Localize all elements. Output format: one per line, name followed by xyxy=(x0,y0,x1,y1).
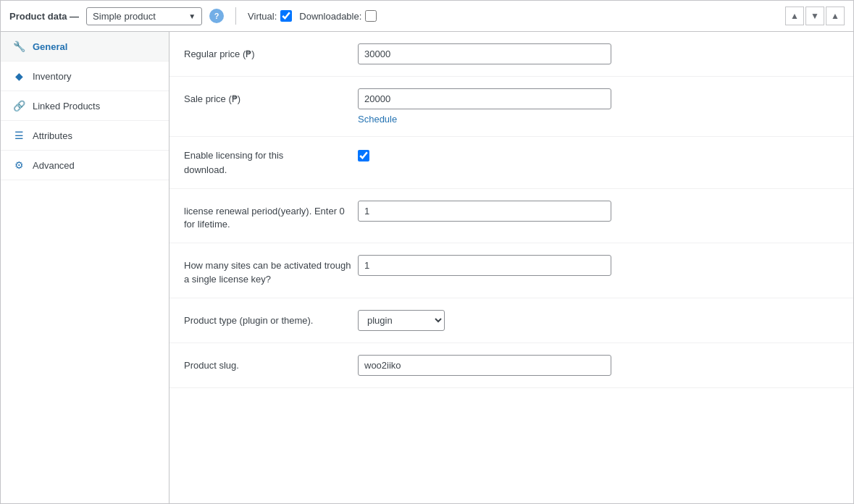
sidebar: 🔧 General ◆ Inventory 🔗 Linked Products … xyxy=(1,32,169,503)
product-data-body: 🔧 General ◆ Inventory 🔗 Linked Products … xyxy=(1,32,853,503)
sale-price-input[interactable] xyxy=(358,88,611,109)
product-type-row: Product type (plugin or theme). plugin t… xyxy=(169,298,853,343)
collapse-down-button[interactable]: ▼ xyxy=(805,7,824,25)
downloadable-checkbox[interactable] xyxy=(365,10,377,22)
sale-price-row: Sale price (₱) Schedule xyxy=(169,77,853,137)
license-renewal-label: license renewal period(yearly). Enter 0 … xyxy=(184,201,358,231)
license-renewal-field xyxy=(358,201,839,222)
sites-field xyxy=(358,255,839,276)
product-slug-field xyxy=(358,355,839,376)
enable-licensing-field xyxy=(358,148,369,161)
regular-price-field xyxy=(358,43,839,64)
sidebar-label-advanced: Advanced xyxy=(33,160,75,171)
product-slug-label: Product slug. xyxy=(184,355,358,372)
sale-price-label: Sale price (₱) xyxy=(184,88,358,106)
wrench-icon: 🔧 xyxy=(12,41,25,52)
list-icon: ☰ xyxy=(12,130,25,141)
sidebar-item-linked-products[interactable]: 🔗 Linked Products xyxy=(1,91,169,121)
sidebar-label-attributes: Attributes xyxy=(33,130,72,141)
dropdown-chevron-icon: ▼ xyxy=(188,12,196,20)
help-icon[interactable]: ? xyxy=(209,9,224,23)
sidebar-item-advanced[interactable]: ⚙ Advanced xyxy=(1,151,169,180)
product-type-select[interactable]: plugin theme xyxy=(358,310,445,331)
product-type-dropdown[interactable]: Simple product ▼ xyxy=(86,7,202,25)
product-type-label: Simple product xyxy=(93,11,156,22)
regular-price-label: Regular price (₱) xyxy=(184,43,358,61)
sidebar-item-attributes[interactable]: ☰ Attributes xyxy=(1,121,169,151)
sites-row: How many sites can be activated trough a… xyxy=(169,243,853,298)
link-icon: 🔗 xyxy=(12,100,25,112)
enable-licensing-checkbox[interactable] xyxy=(358,150,369,161)
product-type-field-label: Product type (plugin or theme). xyxy=(184,310,358,327)
gear-icon: ⚙ xyxy=(12,159,25,171)
downloadable-label[interactable]: Downloadable: xyxy=(299,10,377,22)
sidebar-label-general: General xyxy=(33,41,67,52)
expand-button[interactable]: ▲ xyxy=(826,7,845,25)
sidebar-item-general[interactable]: 🔧 General xyxy=(1,32,169,62)
sale-price-field: Schedule xyxy=(358,88,839,125)
schedule-link[interactable]: Schedule xyxy=(358,114,839,125)
header-controls: ▲ ▼ ▲ xyxy=(785,7,845,25)
sidebar-label-inventory: Inventory xyxy=(33,71,71,82)
main-content: Regular price (₱) Sale price (₱) Schedul… xyxy=(169,32,853,503)
product-data-panel: Product data — Simple product ▼ ? Virtua… xyxy=(0,0,854,504)
sidebar-item-inventory[interactable]: ◆ Inventory xyxy=(1,62,169,91)
regular-price-row: Regular price (₱) xyxy=(169,32,853,77)
separator xyxy=(235,7,236,25)
enable-licensing-row: Enable licensing for thisdownload. xyxy=(169,137,853,189)
diamond-icon: ◆ xyxy=(12,70,25,82)
collapse-up-button[interactable]: ▲ xyxy=(785,7,804,25)
product-slug-row: Product slug. xyxy=(169,343,853,388)
product-data-header: Product data — Simple product ▼ ? Virtua… xyxy=(1,1,853,32)
product-slug-input[interactable] xyxy=(358,355,611,376)
product-data-title: Product data — xyxy=(9,11,79,22)
sites-label: How many sites can be activated trough a… xyxy=(184,255,358,285)
product-type-select-field: plugin theme xyxy=(358,310,839,331)
virtual-checkbox[interactable] xyxy=(280,10,292,22)
license-renewal-row: license renewal period(yearly). Enter 0 … xyxy=(169,189,853,243)
enable-licensing-label: Enable licensing for thisdownload. xyxy=(184,148,358,177)
virtual-label[interactable]: Virtual: xyxy=(248,10,292,22)
sidebar-label-linked-products: Linked Products xyxy=(33,101,100,112)
sites-input[interactable] xyxy=(358,255,611,276)
license-renewal-input[interactable] xyxy=(358,201,611,222)
regular-price-input[interactable] xyxy=(358,43,611,64)
